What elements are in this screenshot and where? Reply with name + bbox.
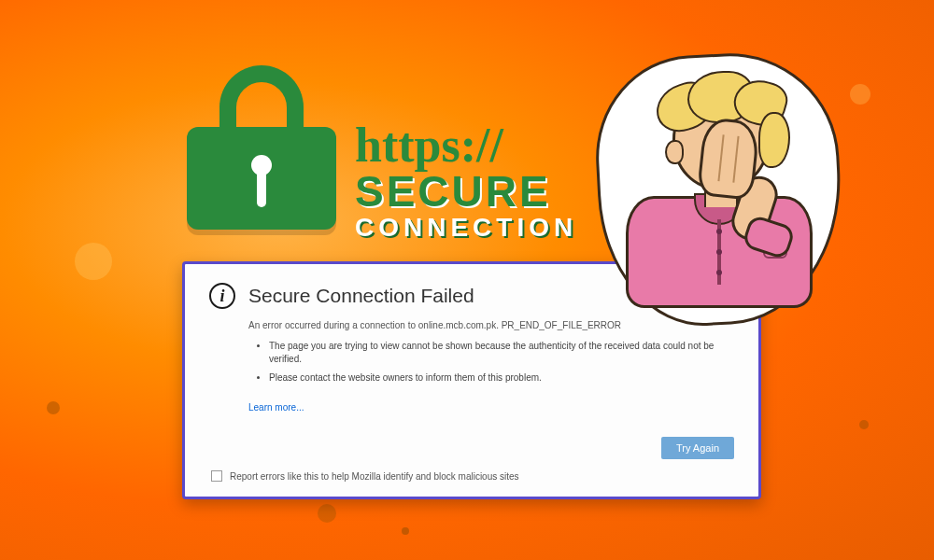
bg-blob xyxy=(402,527,409,535)
report-errors-row: Report errors like this to help Mozilla … xyxy=(211,470,734,482)
try-again-button[interactable]: Try Again xyxy=(661,437,734,459)
https-text: https:// xyxy=(355,121,577,170)
bg-blob xyxy=(318,504,336,523)
learn-more-link[interactable]: Learn more... xyxy=(248,402,304,413)
facepalm-character xyxy=(598,54,841,325)
bg-blob xyxy=(47,401,60,414)
bg-blob xyxy=(75,243,112,280)
dialog-footer: Try Again xyxy=(209,437,734,459)
info-icon: i xyxy=(209,283,235,309)
dialog-bullet: Please contact the website owners to inf… xyxy=(269,371,734,385)
bg-blob xyxy=(859,420,869,429)
dialog-title: Secure Connection Failed xyxy=(248,285,474,307)
secure-text: SECURE xyxy=(355,170,577,213)
dialog-bullet-list: The page you are trying to view cannot b… xyxy=(269,340,734,385)
report-errors-label: Report errors like this to help Mozilla … xyxy=(230,471,519,482)
padlock-icon xyxy=(187,65,336,230)
report-errors-checkbox[interactable] xyxy=(211,470,222,482)
connection-text: CONNECTION xyxy=(355,215,577,241)
dialog-bullet: The page you are trying to view cannot b… xyxy=(269,340,734,366)
bg-blob xyxy=(850,84,870,105)
secure-connection-heading: https:// SECURE CONNECTION xyxy=(355,121,577,241)
